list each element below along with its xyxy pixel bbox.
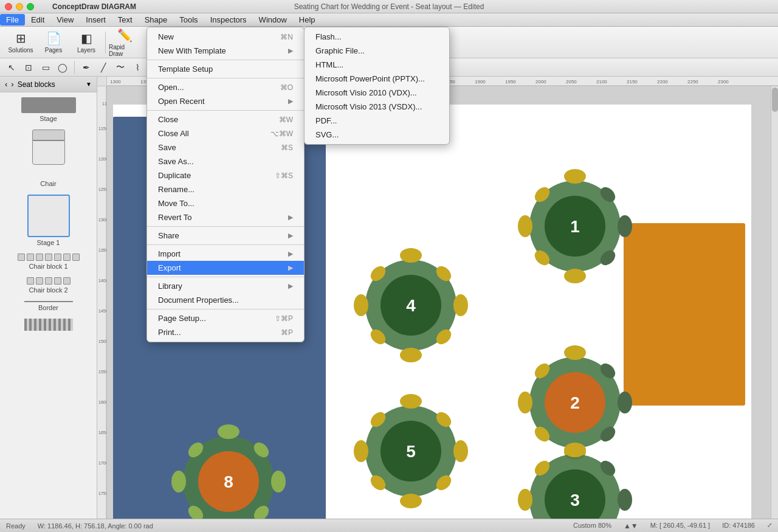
close-button[interactable] <box>5 3 12 10</box>
striped-shape[interactable] <box>24 319 73 331</box>
minimize-button[interactable] <box>16 3 23 10</box>
toolbar-layers[interactable]: ◧ Layers <box>71 29 102 57</box>
sidebar-nav-next[interactable]: › <box>11 80 13 89</box>
svg-text:2100: 2100 <box>596 79 607 85</box>
status-id: ID: 474186 <box>722 522 755 530</box>
menu-insert[interactable]: Insert <box>80 14 112 26</box>
chairblock2-label: Chair block 2 <box>29 286 67 294</box>
connector-tool[interactable]: ⌇ <box>129 60 145 75</box>
menu-edit[interactable]: Edit <box>25 14 50 26</box>
sidebar-nav-prev[interactable]: ‹ <box>5 80 7 89</box>
menu-rename[interactable]: Rename... <box>147 182 304 196</box>
svg-text:1250: 1250 <box>98 187 107 192</box>
menu-inspectors[interactable]: Inspectors <box>204 14 253 26</box>
menu-close[interactable]: Close ⌘W <box>147 112 304 126</box>
menu-print[interactable]: Print... ⌘P <box>147 325 304 339</box>
mc3 <box>36 254 43 261</box>
menu-move-to[interactable]: Move To... <box>147 196 304 210</box>
svg-text:1550: 1550 <box>98 370 107 374</box>
svg-text:1350: 1350 <box>98 248 107 252</box>
menu-window[interactable]: Window <box>253 14 293 26</box>
toolbar-pages[interactable]: 📄 Pages <box>38 29 69 57</box>
shape-item-border: Border <box>5 301 92 311</box>
svg-point-91 <box>453 440 468 462</box>
chairblock2-shape[interactable] <box>27 277 71 285</box>
titlebar: ConceptDraw DIAGRAM Seating Chart for We… <box>0 0 778 13</box>
scrollbar-thumb-v[interactable] <box>772 88 778 112</box>
export-flash[interactable]: Flash... <box>305 30 449 44</box>
mc9 <box>36 277 43 285</box>
menu-save-as[interactable]: Save As... <box>147 154 304 168</box>
svg-point-110 <box>564 443 586 457</box>
menu-duplicate[interactable]: Duplicate ⇧⌘S <box>147 168 304 182</box>
svg-point-55 <box>564 169 586 184</box>
chair-shape-preview[interactable] <box>30 130 67 178</box>
export-submenu: Flash... Graphic File... HTML... Microso… <box>304 27 450 145</box>
menu-export[interactable]: Export ▶ <box>147 261 304 275</box>
menu-close-all[interactable]: Close All ⌥⌘W <box>147 126 304 140</box>
ruler-corner <box>97 77 107 86</box>
menu-open-recent[interactable]: Open Recent ▶ <box>147 94 304 108</box>
export-vsdx[interactable]: Microsoft Visio 2013 (VSDX)... <box>305 100 449 114</box>
rect-tool[interactable]: ▭ <box>38 60 53 75</box>
menu-new[interactable]: New ⌘N <box>147 30 304 44</box>
menu-revert[interactable]: Revert To ▶ <box>147 210 304 224</box>
mc6 <box>63 254 71 261</box>
svg-text:1: 1 <box>570 217 580 236</box>
lasso-tool[interactable]: ⊡ <box>21 60 36 75</box>
export-graphic[interactable]: Graphic File... <box>305 44 449 58</box>
menu-text[interactable]: Text <box>112 14 139 26</box>
sidebar-content: Stage Chair Stage 1 <box>0 92 97 519</box>
menu-doc-properties[interactable]: Document Properties... <box>147 293 304 307</box>
toolbar-rapiddraw[interactable]: ✏️ Rapid Draw <box>109 29 140 57</box>
menu-library[interactable]: Library ▶ <box>147 279 304 293</box>
menu-file[interactable]: File <box>0 14 25 26</box>
svg-point-90 <box>354 440 368 462</box>
menu-tools[interactable]: Tools <box>173 14 204 26</box>
sidebar-dropdown-btn[interactable]: ▼ <box>86 81 92 88</box>
curve-tool[interactable]: 〜 <box>112 60 128 75</box>
export-html[interactable]: HTML... <box>305 58 449 72</box>
menu-open[interactable]: Open... ⌘O <box>147 80 304 94</box>
menu-view[interactable]: View <box>50 14 80 26</box>
stage-label: Stage <box>40 115 57 122</box>
stage1-shape-preview[interactable] <box>27 195 70 237</box>
menu-save[interactable]: Save ⌘S <box>147 140 304 154</box>
zoom-level[interactable]: Custom 80% <box>573 522 611 530</box>
stage1-label: Stage 1 <box>37 239 60 246</box>
shape-preview-stage <box>5 97 92 113</box>
svg-point-80 <box>618 392 632 413</box>
menu-help[interactable]: Help <box>293 14 322 26</box>
menu-share[interactable]: Share ▶ <box>147 229 304 243</box>
menu-new-template[interactable]: New With Template ▶ <box>147 44 304 58</box>
shape-preview-stage1 <box>5 195 92 237</box>
svg-point-79 <box>518 392 532 413</box>
ellipse-tool[interactable]: ◯ <box>55 60 71 75</box>
pen-tool[interactable]: ✒ <box>78 60 94 75</box>
export-svg[interactable]: SVG... <box>305 128 449 142</box>
line-tool[interactable]: ╱ <box>95 60 111 75</box>
menu-divider-1 <box>147 60 304 60</box>
mc2 <box>27 254 34 261</box>
export-pdf[interactable]: PDF... <box>305 114 449 128</box>
mc1 <box>18 254 25 261</box>
select-tool[interactable]: ↖ <box>4 60 19 75</box>
toolbar-solutions[interactable]: ⊞ Solutions <box>5 29 36 57</box>
export-pptx[interactable]: Microsoft PowerPoint (PPTX)... <box>305 72 449 86</box>
table-3: 3 <box>518 443 632 519</box>
chair-back <box>32 130 65 140</box>
zoom-stepper[interactable]: ▲▼ <box>624 522 638 530</box>
menu-import[interactable]: Import ▶ <box>147 247 304 261</box>
svg-text:1100: 1100 <box>102 102 107 106</box>
menu-page-setup[interactable]: Page Setup... ⇧⌘P <box>147 311 304 325</box>
maximize-button[interactable] <box>27 3 34 10</box>
stage-shape-preview[interactable] <box>21 97 76 113</box>
menu-shape[interactable]: Shape <box>139 14 174 26</box>
menu-template-setup[interactable]: Template Setup <box>147 62 304 76</box>
svg-text:2300: 2300 <box>718 79 729 85</box>
mc7 <box>72 254 80 261</box>
scrollbar-v[interactable] <box>771 86 778 519</box>
chairblock1-shape[interactable] <box>18 254 80 261</box>
border-shape[interactable] <box>24 301 73 302</box>
export-vdx[interactable]: Microsoft Visio 2010 (VDX)... <box>305 86 449 100</box>
